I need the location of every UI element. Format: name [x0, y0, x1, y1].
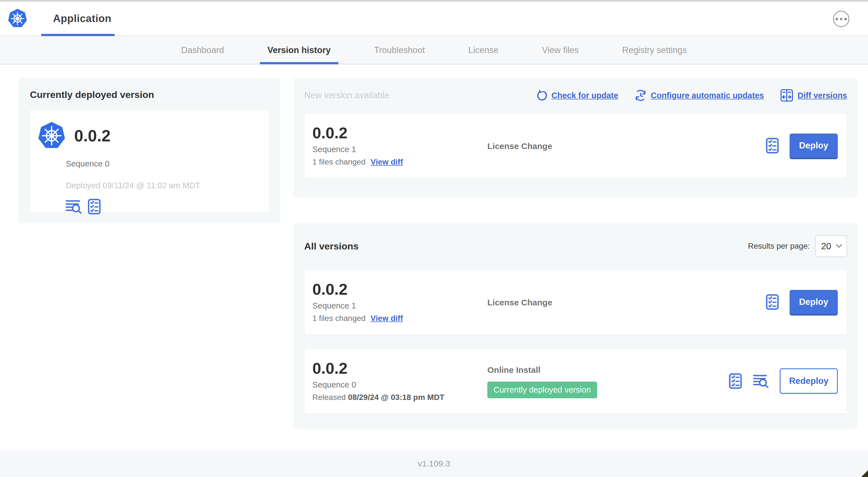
version-sequence: Sequence 1 [312, 301, 487, 310]
footer: v1.109.3 [0, 450, 868, 477]
currently-deployed-panel: Currently deployed version 0.0.2 Sequenc… [19, 78, 280, 223]
deployed-sequence: Sequence 0 [66, 159, 260, 169]
console-version: v1.109.3 [417, 459, 450, 469]
version-number: 0.0.2 [312, 125, 487, 141]
preflight-checks-icon[interactable] [766, 138, 779, 153]
deploy-logs-icon[interactable] [752, 374, 769, 388]
chevron-down-icon [836, 244, 842, 248]
app-tab-application[interactable]: Application [53, 2, 112, 35]
preflight-checks-icon[interactable] [766, 294, 779, 310]
redeploy-button[interactable]: Redeploy [780, 368, 838, 394]
preflight-checks-icon[interactable] [88, 199, 101, 214]
overflow-menu-button[interactable] [833, 11, 849, 27]
tab-dashboard[interactable]: Dashboard [174, 37, 232, 64]
currently-deployed-badge: Currently deployed version [487, 382, 597, 398]
section-nav: Dashboard Version history Troubleshoot L… [0, 37, 868, 64]
results-per-page-label: Results per page: [748, 242, 810, 251]
new-version-title: New version available [304, 90, 390, 100]
deploy-logs-icon[interactable] [65, 199, 82, 214]
diff-versions-link[interactable]: Diff versions [780, 89, 847, 102]
files-changed-label: 1 files changed [312, 157, 365, 167]
check-for-update-link[interactable]: Check for update [536, 90, 618, 101]
all-versions-title: All versions [304, 241, 359, 252]
kubernetes-logo-icon [8, 8, 27, 28]
version-sequence: Sequence 1 [312, 145, 487, 154]
version-number: 0.0.2 [312, 281, 487, 297]
tab-license[interactable]: License [461, 37, 506, 64]
files-changed-label: 1 files changed [312, 314, 365, 323]
tab-registry-settings[interactable]: Registry settings [615, 37, 694, 64]
refresh-icon [536, 90, 547, 101]
deployed-version-card: 0.0.2 Sequence 0 Deployed 09/11/24 @ 11:… [29, 109, 269, 213]
version-source-label: License Change [487, 298, 766, 307]
new-version-panel: New version available Check for update C… [293, 78, 858, 198]
version-row: 0.0.2 Sequence 1 1 files changed View di… [304, 269, 847, 335]
released-timestamp: Released 08/29/24 @ 03:18 pm MDT [312, 393, 487, 402]
deploy-button[interactable]: Deploy [789, 133, 838, 158]
app-icon [38, 121, 65, 150]
configure-automatic-updates-link[interactable]: Configure automatic updates [634, 89, 764, 101]
tab-view-files[interactable]: View files [534, 37, 586, 64]
view-diff-link[interactable]: View diff [371, 314, 403, 323]
deployed-version-number: 0.0.2 [74, 126, 111, 145]
app-header: Application [0, 2, 868, 36]
active-app-tab-indicator [41, 34, 115, 36]
tab-troubleshoot[interactable]: Troubleshoot [367, 37, 433, 64]
new-version-card: 0.0.2 Sequence 1 1 files changed View di… [304, 113, 847, 178]
view-diff-link[interactable]: View diff [371, 157, 403, 167]
window-edge [0, 0, 868, 2]
all-versions-panel: All versions Results per page: 20 0.0.2 … [293, 223, 858, 429]
version-number: 0.0.2 [312, 360, 487, 376]
results-per-page-select[interactable]: 20 [815, 235, 847, 257]
deployed-timestamp: Deployed 09/11/24 @ 11:02 am MDT [66, 181, 260, 190]
version-row: 0.0.2 Sequence 0 Released 08/29/24 @ 03:… [304, 348, 847, 414]
version-source-label: License Change [487, 141, 766, 151]
preflight-checks-icon[interactable] [729, 373, 742, 389]
deploy-button[interactable]: Deploy [789, 290, 838, 314]
version-sequence: Sequence 0 [312, 380, 487, 389]
diff-icon [780, 89, 793, 102]
version-source-label: Online Install [487, 365, 729, 375]
schedule-icon [634, 89, 647, 101]
mouse-cursor-artifact [861, 470, 868, 477]
currently-deployed-title: Currently deployed version [30, 89, 269, 100]
ellipsis-icon [836, 18, 838, 20]
tab-version-history[interactable]: Version history [260, 37, 338, 64]
